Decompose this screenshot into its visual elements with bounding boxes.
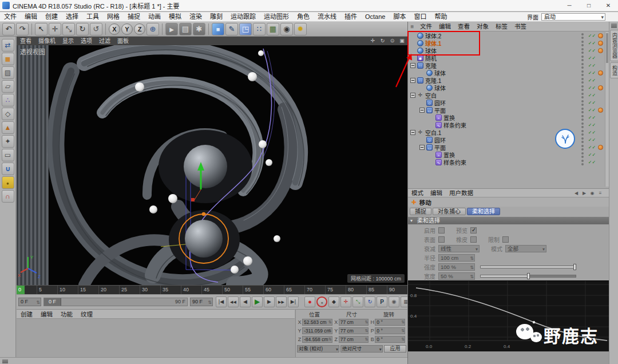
viewport-menu-item[interactable]: 查看 <box>17 37 35 45</box>
rotate-icon[interactable] <box>76 23 89 35</box>
x-axis-handle[interactable] <box>191 198 195 201</box>
menu-item[interactable]: 运动图形 <box>260 12 293 21</box>
enable-check-icon[interactable] <box>587 100 597 105</box>
scale-icon[interactable] <box>62 23 75 35</box>
strength-field[interactable]: 100 % <box>438 263 475 271</box>
selection-handle[interactable] <box>202 212 205 216</box>
menu-item[interactable]: 动画 <box>144 12 165 21</box>
make-editable-icon[interactable] <box>2 39 14 52</box>
rotation-value-field[interactable]: 0 ° <box>375 336 405 343</box>
menu-item[interactable]: 捕捉 <box>124 12 144 21</box>
size-value-field[interactable]: 77 cm <box>339 327 369 334</box>
object-label[interactable]: 样条约束 <box>443 158 581 167</box>
menu-item[interactable]: 查看 <box>454 22 473 31</box>
expand-toggle-icon[interactable] <box>410 78 415 83</box>
menu-item[interactable]: 纹理 <box>77 310 97 319</box>
enable-check-icon[interactable] <box>587 70 597 76</box>
tool-tab[interactable]: 对象捕心 <box>433 208 466 215</box>
record-rotation-icon[interactable] <box>365 296 375 307</box>
model-mode-icon[interactable] <box>2 53 14 65</box>
redo-icon[interactable] <box>16 23 29 35</box>
soft-selection-section-header[interactable]: 柔和选择 <box>408 217 609 224</box>
menu-item[interactable]: 选择 <box>62 12 82 21</box>
record-keyframe-icon[interactable] <box>304 296 315 307</box>
expand-toggle-icon[interactable] <box>419 145 425 150</box>
expand-toggle-icon[interactable] <box>410 56 415 61</box>
enable-checkbox[interactable] <box>438 227 445 234</box>
timeline-ruler[interactable]: 051015202530354045505560657075808590 <box>17 285 407 294</box>
apply-button[interactable]: 应用 <box>384 345 406 353</box>
visibility-dots-icon[interactable] <box>581 48 584 54</box>
visibility-dots-icon[interactable] <box>581 122 584 128</box>
edges-mode-icon[interactable] <box>2 108 14 120</box>
render-settings-icon[interactable] <box>193 23 205 35</box>
menu-item[interactable]: 模式 <box>408 188 427 197</box>
subdivision-surface-icon[interactable] <box>239 23 252 35</box>
expand-toggle-icon[interactable] <box>410 63 415 68</box>
menu-item[interactable]: 创建 <box>17 310 37 319</box>
menu-item[interactable]: 工具 <box>82 12 103 21</box>
minimize-icon[interactable] <box>560 0 579 11</box>
menu-item[interactable]: 对象 <box>473 22 492 31</box>
points-mode-icon[interactable] <box>2 94 14 106</box>
texture-mode-icon[interactable] <box>2 66 14 79</box>
render-picture-viewer-icon[interactable] <box>179 23 192 35</box>
tool-tab[interactable]: 柔和选择 <box>467 208 500 215</box>
perspective-viewport[interactable]: Y X Z 透视视图 网格间距 : 100000 cm <box>17 45 407 285</box>
object-tag-icon[interactable] <box>598 41 603 46</box>
menu-item[interactable]: 插件 <box>340 12 361 21</box>
filter-icon[interactable] <box>596 191 604 196</box>
enable-check-icon[interactable] <box>587 115 597 120</box>
enable-check-icon[interactable] <box>587 160 597 165</box>
timeline-slider[interactable]: 0 F 90 F <box>43 298 188 306</box>
orbit-view-icon[interactable] <box>378 37 387 45</box>
move-icon[interactable] <box>49 23 61 35</box>
expand-toggle-icon[interactable] <box>419 137 425 143</box>
enable-check-icon[interactable] <box>587 85 597 90</box>
lock-icon[interactable] <box>2 176 14 189</box>
record-position-icon[interactable] <box>340 296 351 307</box>
pan-view-icon[interactable] <box>369 37 377 45</box>
view-label[interactable]: 透视视图 <box>20 47 45 56</box>
visibility-dots-icon[interactable] <box>581 56 584 61</box>
menu-item[interactable]: 书签 <box>511 22 530 31</box>
camera-icon[interactable] <box>280 23 293 35</box>
large-gray-sphere[interactable] <box>184 145 227 188</box>
autokey-icon[interactable] <box>316 296 327 307</box>
visibility-dots-icon[interactable] <box>581 152 584 158</box>
axis-lock-button[interactable]: Y <box>121 23 133 35</box>
object-tag-icon[interactable] <box>598 70 603 76</box>
limit-checkbox[interactable] <box>502 236 509 243</box>
prev-frame-icon[interactable] <box>240 296 251 307</box>
axis-lock-button[interactable]: Z <box>134 23 145 35</box>
viewport-menu-item[interactable]: 显示 <box>59 37 77 45</box>
menu-item[interactable]: 编辑 <box>21 12 41 21</box>
undo-icon[interactable] <box>2 23 15 35</box>
expand-toggle-icon[interactable] <box>419 70 425 76</box>
record-pla-icon[interactable] <box>389 296 399 307</box>
position-value-field[interactable]: 52.583 cm <box>302 319 332 326</box>
object-tag-icon[interactable] <box>598 145 603 150</box>
goto-start-icon[interactable] <box>216 296 227 307</box>
viewport-menu-item[interactable]: 过滤 <box>96 37 114 45</box>
rotation-value-field[interactable]: 0 ° <box>375 319 405 326</box>
visibility-dots-icon[interactable] <box>581 160 584 165</box>
menu-item[interactable]: 窗口 <box>410 12 430 21</box>
object-tag-icon[interactable] <box>598 85 603 90</box>
docked-panel-tab[interactable]: 构造 <box>610 62 618 78</box>
enable-check-icon[interactable] <box>587 41 597 46</box>
eraser-checkbox[interactable] <box>470 236 477 243</box>
maximize-icon[interactable] <box>579 0 599 11</box>
interface-dropdown[interactable]: 启动 <box>541 13 605 21</box>
enable-check-icon[interactable] <box>587 63 597 68</box>
live-selection-icon[interactable] <box>35 23 47 35</box>
mode-dropdown[interactable]: 全部 <box>505 245 546 252</box>
enable-check-icon[interactable] <box>587 130 597 135</box>
position-value-field[interactable]: -311.059 cm <box>302 327 332 334</box>
size-value-field[interactable]: 77 cm <box>339 319 369 326</box>
workplane-mode-icon[interactable] <box>2 80 14 93</box>
axis-lock-button[interactable]: X <box>109 23 120 35</box>
expand-toggle-icon[interactable] <box>410 93 415 98</box>
expand-toggle-icon[interactable] <box>410 41 415 46</box>
coordinate-mode-dropdown[interactable]: 对象 (相对) <box>297 345 339 353</box>
